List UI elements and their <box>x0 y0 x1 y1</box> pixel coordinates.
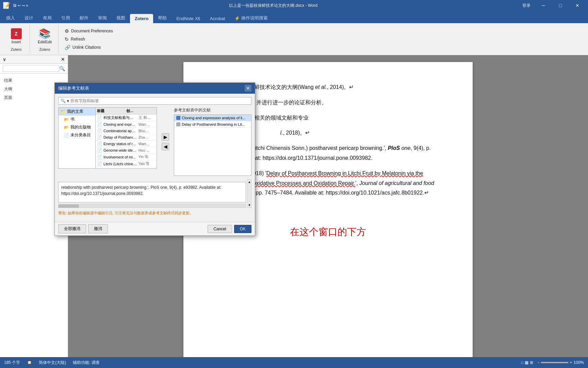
scroll-down-btn[interactable]: ▼ <box>248 203 251 207</box>
horizontal-scrollbar[interactable] <box>58 204 246 208</box>
tree-item-uncategorized[interactable]: 📄 未分类条目 <box>59 131 95 139</box>
language-item[interactable]: 简体中文(大陆) <box>39 360 66 366</box>
warning-text: 警告: 如果你在编辑器中编辑引注, 引注将无法与数据库或参考文献样式同步更新。 <box>58 211 251 216</box>
item-author-4: Wan… <box>138 142 155 146</box>
tab-help[interactable]: 帮助 <box>153 13 172 23</box>
zoom-control[interactable]: − + 100% <box>537 360 584 365</box>
edit-icon: 📚 <box>39 28 51 39</box>
my-library-label: 我的文库 <box>67 109 83 114</box>
tree-area: 📁 我的文库 📂 书 📂 我的出版物 <box>58 107 157 169</box>
zoom-slider[interactable] <box>541 362 568 363</box>
accessibility-icon: 🔲 <box>27 360 32 365</box>
ribbon-content: Z Insert Zotero 📚 Edit/Edit Zotero ⚙ Doc… <box>0 23 588 55</box>
status-bar: 185 个字 🔲 简体中文(大陆) 辅助功能: 调查 □ ▦ ⊞ − + 100… <box>0 357 588 368</box>
word-icon: 📝 <box>3 2 10 9</box>
close-button[interactable]: ✕ <box>570 0 585 11</box>
ref-title-0: Cloning and expression analysis of li... <box>182 116 245 120</box>
dialog-body: 🔍 ▾ 📁 我的文库 <box>55 94 255 222</box>
tree-item-books[interactable]: 📂 书 <box>59 116 95 123</box>
dialog-title: 编辑参考文献表 <box>58 85 89 91</box>
accessibility-item[interactable]: 辅助功能: 调查 <box>73 360 100 366</box>
list-item[interactable]: 📄 Combinatorial approa... Bhu… <box>96 128 157 134</box>
item-author-3: Zha… <box>138 135 155 139</box>
dialog-top-section: 📁 我的文库 📂 书 📂 我的出版物 <box>58 107 251 176</box>
unlink-label: Unlink Citations <box>72 45 101 50</box>
tab-layout[interactable]: 布局 <box>38 13 56 23</box>
ribbon-group-zotero: Z Insert Zotero <box>3 25 30 54</box>
folder-icon-pubs: 📂 <box>64 125 69 130</box>
edit-bibliography-dialog: 编辑参考文献表 ✕ 🔍 ▾ <box>54 82 255 236</box>
tab-references[interactable]: 引用 <box>56 13 75 23</box>
cancel-all-button[interactable]: 全部撤消 <box>58 224 86 233</box>
item-title-0: 科技文献检索与利用 <box>103 115 137 120</box>
tab-acrobat[interactable]: Acrobat <box>205 14 230 23</box>
web-view-icon[interactable]: ▦ <box>525 360 528 365</box>
col-title: 标题 <box>97 108 125 113</box>
print-view-icon[interactable]: □ <box>521 360 523 365</box>
undo-button[interactable]: 撤消 <box>88 224 108 233</box>
list-item[interactable]: 📄 Genome-wide identifi... Hou … <box>96 147 157 154</box>
add-to-ref-button[interactable]: ▶ <box>162 133 169 141</box>
document-preferences-button[interactable]: ⚙ Document Preferences <box>63 27 115 35</box>
tree-item-my-publications[interactable]: 📂 我的出版物 <box>59 123 95 131</box>
ref-item-1[interactable]: Delay of Postharvest Browning in Lit... <box>174 121 251 128</box>
tab-design[interactable]: 设计 <box>20 13 38 23</box>
zoom-in-icon[interactable]: + <box>570 360 572 365</box>
tab-review[interactable]: 审阅 <box>93 13 112 23</box>
dialog-overlay: 编辑参考文献表 ✕ 🔍 ▾ <box>0 55 588 357</box>
dialog-left-panel: 📁 我的文库 📂 书 📂 我的出版物 <box>58 107 157 176</box>
tab-view[interactable]: 视图 <box>112 13 130 23</box>
ribbon: 插入 设计 布局 引用 邮件 审阅 视图 Zotero 帮助 EndNote X… <box>0 11 588 55</box>
remove-from-ref-button[interactable]: ◀ <box>162 143 169 150</box>
tab-insert[interactable]: 插入 <box>1 13 20 23</box>
tab-mail[interactable]: 邮件 <box>75 13 93 23</box>
tab-zotero[interactable]: Zotero <box>130 14 153 23</box>
item-title-2: Combinatorial approa... <box>103 129 137 133</box>
doc-icon-3: 📄 <box>97 135 102 140</box>
doc-icon-4: 📄 <box>97 141 102 146</box>
folder-icon-uncat: 📄 <box>64 133 69 138</box>
maximize-button[interactable]: □ <box>553 0 568 11</box>
tab-endnote[interactable]: EndNote X6 <box>172 14 205 23</box>
preview-container: relationship with postharvest pericarp b… <box>58 179 251 208</box>
transfer-arrows: ▶ ◀ <box>160 107 170 176</box>
tab-search[interactable]: ⚡ 操作说明搜索 <box>230 13 273 23</box>
read-view-icon[interactable]: ⊞ <box>530 360 533 365</box>
footer-right-buttons: Cancel OK <box>208 225 251 233</box>
ref-item-0[interactable]: Cloning and expression analysis of li... <box>174 115 251 121</box>
prefs-icon: ⚙ <box>65 28 69 34</box>
list-item[interactable]: 📄 Cloning and expressio... Wan… <box>96 121 157 128</box>
word-count-item: 185 个字 <box>4 360 20 366</box>
doc-icon-1: 📄 <box>97 122 102 127</box>
item-title-1: Cloning and expressio... <box>103 122 137 126</box>
zotero-insert-button[interactable]: Z Insert <box>8 27 24 45</box>
zoom-out-icon[interactable]: − <box>537 360 540 365</box>
edit-bibliography-button[interactable]: 📚 Edit/Edit <box>35 27 54 45</box>
list-item[interactable]: 📄 Involvement of miRN... Yin 等 <box>96 154 157 160</box>
scroll-up-btn[interactable]: ▲ <box>248 180 251 184</box>
lightning-icon: ⚡ <box>234 16 240 21</box>
minimize-button[interactable]: ─ <box>536 0 551 11</box>
list-item[interactable]: 📄 Delay of Postharvest B... Zha… <box>96 134 157 141</box>
footer-left-buttons: 全部撤消 撤消 <box>58 224 108 233</box>
my-publications-label: 我的出版物 <box>70 124 91 130</box>
list-item[interactable]: 📄 Litchi (Litchi chinensis ... Yao 等 <box>96 160 157 167</box>
list-item[interactable]: 📄 科技文献检索与利用 王 和… <box>96 114 157 121</box>
cancel-button[interactable]: Cancel <box>208 225 232 233</box>
dialog-search-input[interactable] <box>70 98 249 103</box>
ok-button[interactable]: OK <box>234 225 251 233</box>
refresh-button[interactable]: ↻ Refresh <box>63 35 115 43</box>
list-item[interactable]: 📄 Energy status of ripeni... Wan… <box>96 141 157 147</box>
ref-title-1: Delay of Postharvest Browning in Lit... <box>182 122 245 126</box>
doc-icon-0: 📄 <box>97 116 102 120</box>
item-author-7: Yao 等 <box>138 161 155 166</box>
vertical-scrollbar[interactable]: ▲ ▼ <box>247 179 251 208</box>
search-icon-dialog: 🔍 <box>61 98 66 103</box>
account-button[interactable]: 登录 <box>519 0 534 11</box>
doc-area: ∨ ✕ 🔍 结果 大纲 页面 以上是一份荔枝保鲜技术论文的大纲(Wang et … <box>0 55 588 357</box>
unlink-citations-button[interactable]: 🔗 Unlink Citations <box>63 44 115 51</box>
tree-item-my-library[interactable]: 📁 我的文库 <box>59 108 95 116</box>
view-icons: □ ▦ ⊞ <box>521 360 533 365</box>
books-label: 书 <box>70 117 75 122</box>
dialog-close-button[interactable]: ✕ <box>245 85 251 92</box>
